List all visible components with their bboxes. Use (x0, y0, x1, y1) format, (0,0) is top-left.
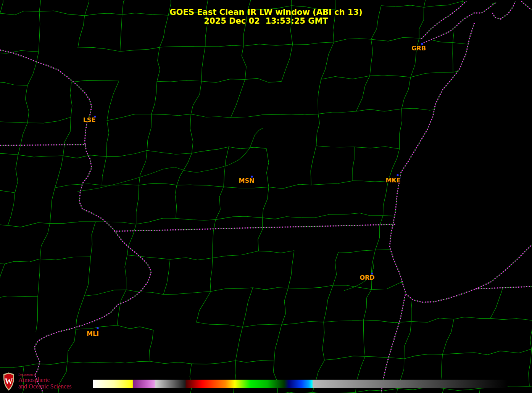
ir-temperature-colorbar (93, 380, 508, 388)
station-ORD: ORD (360, 273, 374, 282)
station-label: GRB (411, 45, 426, 52)
logo-dept-line: Department of (18, 374, 71, 377)
station-label: MKE (385, 177, 400, 184)
satellite-image-viewport: LSEGRBMSNMKEORDMLI GOES East Clean IR LW… (0, 0, 532, 393)
uw-crest-icon: W (3, 372, 15, 391)
station-GRB: GRB (411, 43, 426, 52)
il_in_border-line (381, 295, 405, 393)
station-dot (97, 327, 99, 329)
station-label: ORD (360, 274, 374, 281)
station-MSN: MSN (239, 176, 255, 185)
station-markers: LSEGRBMSNMKEORDMLI (83, 43, 426, 338)
mississippi_river-line (0, 50, 151, 393)
station-label: MSN (239, 177, 255, 184)
uw-aos-logo: W Department of Atmospheric and Oceanic … (3, 372, 71, 391)
station-LSE: LSE (83, 116, 96, 124)
logo-line2: and Oceanic Sciences (18, 383, 71, 390)
station-label: MLI (87, 330, 99, 337)
logo-text: Department of Atmospheric and Oceanic Sc… (18, 374, 71, 390)
il_in_border-dots (381, 295, 405, 393)
station-dot (397, 174, 399, 176)
map-canvas: LSEGRBMSNMKEORDMLI (0, 0, 532, 393)
mississippi_river-dots (0, 50, 151, 393)
river-lines (77, 128, 374, 291)
station-MKE: MKE (385, 174, 400, 184)
station-label: LSE (83, 116, 96, 124)
logo-line1: Atmospheric (18, 377, 71, 383)
crest-w-letter: W (5, 377, 13, 386)
wi_il_border-line (114, 224, 395, 231)
lake-michigan-water (390, 0, 532, 302)
